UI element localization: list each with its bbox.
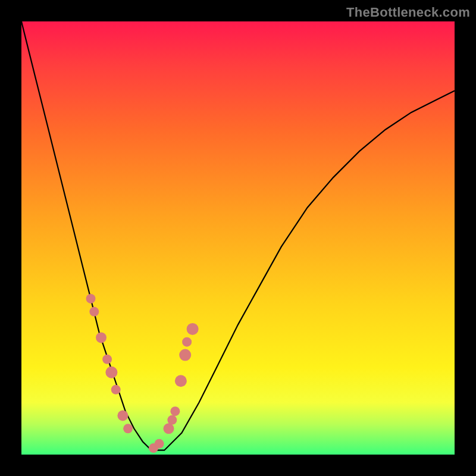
curve-marker [170, 406, 180, 416]
curve-marker [187, 323, 199, 335]
chart-svg [21, 21, 455, 455]
curve-marker [117, 411, 128, 421]
curve-marker [105, 367, 117, 378]
curve-marker [96, 332, 107, 343]
curve-marker [164, 423, 174, 434]
curve-marker [179, 349, 191, 361]
curve-marker [111, 385, 121, 394]
curve-marker [167, 415, 177, 425]
curve-marker [182, 337, 192, 347]
curve-marker [155, 439, 164, 449]
chart-plot-area [21, 21, 455, 455]
curve-marker [123, 424, 133, 433]
curve-marker [89, 307, 99, 317]
curve-marker [86, 294, 96, 303]
curve-markers [86, 294, 199, 453]
bottleneck-curve [21, 21, 455, 450]
curve-marker [175, 375, 187, 387]
curve-marker [102, 355, 112, 364]
watermark-text: TheBottleneck.com [346, 5, 470, 20]
